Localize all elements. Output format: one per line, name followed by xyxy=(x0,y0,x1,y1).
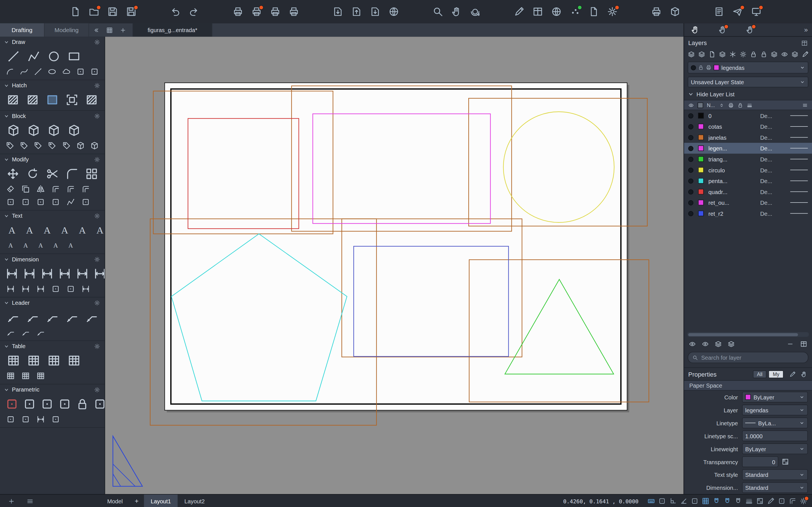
section-dimension-disclosure-icon[interactable] xyxy=(4,257,9,262)
baseline-dimension-button[interactable] xyxy=(5,284,16,295)
layer-search-input[interactable] xyxy=(700,354,804,361)
properties-filter-my[interactable]: My xyxy=(769,371,783,378)
hatch-button[interactable] xyxy=(5,92,20,108)
angular-dimension-button[interactable] xyxy=(75,265,89,281)
layer-visibility-dot[interactable] xyxy=(688,146,693,151)
layer-row[interactable]: ret_ou...De... xyxy=(684,197,812,208)
content-sheet-button[interactable] xyxy=(713,6,725,17)
remove-leader-button[interactable] xyxy=(64,309,80,325)
hatch-edit-button[interactable] xyxy=(84,92,100,108)
prop-text-style-dropdown[interactable]: Standard xyxy=(742,469,808,480)
hatch-angle-button[interactable] xyxy=(25,92,40,108)
layer-visibility-dot[interactable] xyxy=(688,189,693,194)
erase-button[interactable] xyxy=(5,184,16,194)
layers-panel-button[interactable] xyxy=(690,25,700,35)
revision-cloud-button[interactable] xyxy=(61,66,71,77)
layer-visibility-dot[interactable] xyxy=(688,200,693,205)
attribute-display-button[interactable] xyxy=(61,140,71,151)
lineweight-display-button[interactable] xyxy=(745,497,753,505)
multileader-style-button[interactable] xyxy=(25,309,40,325)
leader-landing-button[interactable] xyxy=(20,327,31,338)
layer-color-swatch[interactable] xyxy=(698,189,704,194)
section-draw-disclosure-icon[interactable] xyxy=(4,40,9,45)
thaw-all-layers-button[interactable] xyxy=(739,50,747,58)
layer-visibility-dot[interactable] xyxy=(688,135,693,140)
prop-layer-dropdown[interactable]: legendas xyxy=(742,404,808,415)
collapse-palette-button[interactable] xyxy=(89,23,103,37)
parallel-constraint-button[interactable] xyxy=(40,396,54,412)
print-preview-button[interactable] xyxy=(269,6,281,17)
panel-dock-icon[interactable] xyxy=(801,40,808,47)
lock-layer-button[interactable] xyxy=(749,50,758,58)
undo-button[interactable] xyxy=(169,6,181,17)
dimensional-constraint-button[interactable] xyxy=(35,414,46,425)
geometric-constraint-button[interactable] xyxy=(5,396,18,412)
align-leaders-button[interactable] xyxy=(84,309,100,325)
new-layer-vp-button[interactable] xyxy=(714,340,722,348)
aligned-dimension-button[interactable] xyxy=(23,265,36,281)
layer-row[interactable]: triang...De... xyxy=(684,154,812,165)
materials-panel-button[interactable] xyxy=(718,25,728,35)
table-button[interactable] xyxy=(5,352,21,369)
layer-row[interactable]: janelasDe... xyxy=(684,132,812,143)
tab-modeling[interactable]: Modeling xyxy=(45,23,89,37)
gradient-button[interactable] xyxy=(45,92,60,108)
write-block-button[interactable] xyxy=(66,122,82,138)
section-modify-gear-icon[interactable] xyxy=(94,156,100,163)
layer-state-dropdown[interactable]: Unsaved Layer State xyxy=(688,76,808,88)
file-tab[interactable]: figuras_g...entrada* xyxy=(133,23,212,37)
layer-visibility-dot[interactable] xyxy=(688,157,693,162)
scrollbar-thumb[interactable] xyxy=(688,333,798,336)
layer-color-swatch[interactable] xyxy=(698,178,704,184)
new-drawing-tab-button[interactable] xyxy=(116,23,130,37)
mirror-button[interactable] xyxy=(35,184,46,194)
add-leader-button[interactable] xyxy=(45,309,60,325)
layer-list-scrollbar[interactable] xyxy=(687,332,809,337)
infer-constraints-button[interactable] xyxy=(658,497,666,505)
point-tool-button[interactable] xyxy=(75,66,86,77)
section-text-disclosure-icon[interactable] xyxy=(4,214,9,218)
section-table-gear-icon[interactable] xyxy=(94,343,100,349)
model-tab[interactable]: Model xyxy=(100,495,130,507)
section-block-disclosure-icon[interactable] xyxy=(4,114,9,118)
export-table-button[interactable] xyxy=(66,352,82,369)
lock-constraint-button[interactable] xyxy=(75,396,89,412)
sheet-menu-button[interactable] xyxy=(26,497,34,505)
prop-dimension-dropdown[interactable]: Standard xyxy=(742,482,808,493)
purge-block-button[interactable] xyxy=(89,140,99,151)
minus-column-button[interactable] xyxy=(786,340,794,348)
layer-color-swatch[interactable] xyxy=(698,200,704,205)
align-tool-button[interactable] xyxy=(80,196,91,208)
section-text-gear-icon[interactable] xyxy=(94,212,100,219)
layer-color-swatch[interactable] xyxy=(698,211,704,216)
prop-color-dropdown[interactable]: ByLayer xyxy=(742,392,808,402)
layer-visibility-dot[interactable] xyxy=(688,167,693,172)
collect-leaders-button[interactable] xyxy=(5,327,16,338)
layer-visibility-dot[interactable] xyxy=(688,211,693,216)
grid-display-button[interactable] xyxy=(701,497,710,505)
field-text-button[interactable]: A xyxy=(35,240,46,251)
join-button[interactable] xyxy=(20,196,31,208)
attach-reference-button[interactable] xyxy=(369,6,381,17)
align-text-button[interactable]: A xyxy=(50,240,61,251)
dimension-edit-button[interactable] xyxy=(80,284,91,295)
coincident-constraint-button[interactable] xyxy=(23,396,36,412)
insert-block-button[interactable] xyxy=(5,122,21,138)
layer-row[interactable]: circuloDe... xyxy=(684,165,812,175)
import-button[interactable] xyxy=(332,6,344,17)
sheet-sets-panel-button[interactable] xyxy=(745,25,755,35)
tab-drafting[interactable]: Drafting xyxy=(0,23,45,37)
table-formula-button[interactable] xyxy=(35,371,46,381)
reference-globe-button[interactable] xyxy=(550,6,562,17)
show-constraints-button[interactable] xyxy=(20,414,31,425)
layer-row[interactable]: penta...De... xyxy=(684,175,812,186)
justify-text-button[interactable]: A xyxy=(5,240,16,251)
trim-button[interactable] xyxy=(45,166,60,182)
dynamic-input-keyboard-button[interactable] xyxy=(647,497,656,505)
lengthen-button[interactable] xyxy=(50,196,61,208)
section-parametric-disclosure-icon[interactable] xyxy=(4,387,9,392)
prop-linetype-sc-input[interactable]: 1.0000 xyxy=(742,431,808,441)
ordinate-dimension-button[interactable] xyxy=(93,265,105,281)
layer-unisolate-button[interactable] xyxy=(701,340,709,348)
redo-button[interactable] xyxy=(188,6,200,17)
